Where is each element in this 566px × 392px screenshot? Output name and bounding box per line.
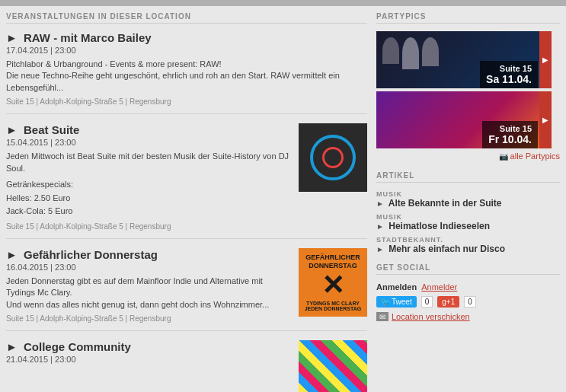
artikel-header: ARTIKEL [376, 171, 560, 183]
partypic-arrow-2[interactable]: ▶ [539, 91, 552, 148]
beat-inner [322, 147, 344, 168]
artikel-item-1: MUSIK ► Alte Bekannte in der Suite [376, 190, 560, 209]
event-desc-beat: Jeden Mittwoch ist Beat Suite mit der be… [6, 151, 293, 174]
event-item-beat: ► Beat Suite 15.04.2015 | 23:00 Jeden Mi… [6, 123, 367, 239]
twitter-icon: 🐦 [381, 298, 390, 306]
event-date-gefahr: 16.04.2015 | 23:00 [6, 263, 293, 272]
gefahr-top-text: GEFÄHRLICHERDONNERSTAG [305, 253, 360, 270]
event-location-raw: Suite 15 | Adolph-Kolping-Straße 5 | Reg… [6, 97, 367, 106]
partypic-arrow-1[interactable]: ▶ [539, 31, 552, 88]
event-item-raw: ► RAW - mit Marco Bailey 17.04.2015 | 23… [6, 31, 367, 114]
gplus-button[interactable]: g+1 [437, 296, 459, 308]
partypic-overlay-1: Suite 15 Sa 11.04. [480, 61, 538, 88]
beat-icon [310, 135, 356, 180]
all-partypics-link[interactable]: 📷 alle Partypics [376, 151, 560, 161]
arrow-icon-gefahr: ► [6, 248, 18, 261]
partypic-item-2[interactable]: Suite 15 Fr 10.04. ▶ [376, 91, 552, 148]
arrow-icon-beat: ► [6, 123, 18, 136]
gefahr-image-content: GEFÄHRLICHERDONNERSTAG ✕ TYDINGS MC CLAR… [299, 248, 367, 317]
tweet-count: 0 [421, 296, 433, 308]
artikel-arrow-1: ► [376, 199, 384, 208]
event-item-gefahr: ► Gefährlicher Donnerstag 16.04.2015 | 2… [6, 248, 367, 331]
event-title-raw[interactable]: ► RAW - mit Marco Bailey [6, 31, 367, 44]
artikel-cat-2: MUSIK [376, 213, 560, 221]
person-2 [402, 37, 419, 69]
event-desc-gefahr: Jeden Donnerstag gibt es auf dem Mainflo… [6, 276, 293, 311]
tweet-button[interactable]: 🐦 Tweet [376, 296, 417, 308]
artikel-cat-3: STADTBEKANNT. [376, 236, 560, 244]
gplus-count: 0 [464, 296, 476, 308]
artikel-title-2[interactable]: ► Heimatlose Indieseelen [376, 221, 560, 231]
event-desc-raw: Pitchlabor & Urbanground - Events & more… [6, 59, 367, 94]
event-title-beat[interactable]: ► Beat Suite [6, 123, 293, 136]
event-image-college [299, 340, 367, 392]
gefahr-bottom-text: TYDINGS MC CLARYJEDEN DONNERSTAG [305, 301, 362, 311]
partypic-overlay-2: Suite 15 Fr 10.04. [482, 121, 538, 148]
main-content: VERANSTALTUNGEN IN DIESER LOCATION ► RAW… [0, 12, 373, 392]
artikel-cat-1: MUSIK [376, 190, 560, 198]
social-login-link[interactable]: Anmelder [421, 282, 457, 292]
email-link[interactable]: Location verschicken [392, 312, 470, 321]
event-date-beat: 15.04.2015 | 23:00 [6, 138, 293, 147]
arrow-icon-raw: ► [6, 31, 18, 44]
partypic-item-1[interactable]: Suite 15 Sa 11.04. ▶ [376, 31, 552, 88]
event-extras-beat: Getränkespecials: Helles: 2.50 Euro Jack… [6, 178, 293, 218]
event-location-beat: Suite 15 | Adolph-Kolping-Straße 5 | Reg… [6, 222, 293, 231]
event-location-gefahr: Suite 15 | Adolph-Kolping-Straße 5 | Reg… [6, 314, 293, 323]
gefahr-x-icon: ✕ [321, 272, 344, 299]
social-login-label: Anmelden [376, 282, 417, 292]
person-3 [422, 37, 439, 66]
email-icon: ✉ [376, 312, 389, 321]
event-text-gefahr: ► Gefährlicher Donnerstag 16.04.2015 | 2… [6, 248, 293, 323]
social-login-row: Anmelden Anmelder [376, 282, 560, 292]
main-section-header: VERANSTALTUNGEN IN DIESER LOCATION [6, 12, 367, 24]
camera-icon: 📷 [499, 152, 508, 161]
arrow-icon-college: ► [6, 340, 18, 353]
sidebar: PARTYPICS Suite 15 Sa 11.04. ▶ Suite 1 [373, 12, 566, 392]
person-1 [382, 37, 399, 64]
social-buttons-row: 🐦 Tweet 0 g+1 0 [376, 296, 560, 308]
artikel-item-3: STADTBEKANNT. ► Mehr als einfach nur Dis… [376, 236, 560, 254]
event-image-beat [299, 123, 367, 192]
partypics-header: PARTYPICS [376, 12, 560, 24]
page-wrapper: VERANSTALTUNGEN IN DIESER LOCATION ► RAW… [0, 6, 566, 392]
social-section: GET SOCIAL Anmelden Anmelder 🐦 Tweet 0 g… [376, 263, 560, 321]
event-text-college: ► College Community 21.04.2015 | 23:00 [6, 340, 293, 392]
event-item-college: ► College Community 21.04.2015 | 23:00 [6, 340, 367, 392]
social-header: GET SOCIAL [376, 263, 560, 275]
artikel-title-1[interactable]: ► Alte Bekannte in der Suite [376, 198, 560, 209]
artikel-item-2: MUSIK ► Heimatlose Indieseelen [376, 213, 560, 231]
artikel-section: ARTIKEL MUSIK ► Alte Bekannte in der Sui… [376, 171, 560, 254]
artikel-arrow-2: ► [376, 222, 384, 231]
artikel-arrow-3: ► [376, 245, 384, 253]
event-date-college: 21.04.2015 | 23:00 [6, 355, 293, 364]
top-stripe [0, 0, 566, 6]
event-title-college[interactable]: ► College Community [6, 340, 293, 353]
artikel-title-3[interactable]: ► Mehr als einfach nur Disco [376, 244, 560, 254]
partypics-section: PARTYPICS Suite 15 Sa 11.04. ▶ Suite 1 [376, 12, 560, 161]
event-text-raw: ► RAW - mit Marco Bailey 17.04.2015 | 23… [6, 31, 367, 106]
event-date-raw: 17.04.2015 | 23:00 [6, 46, 367, 55]
event-text-beat: ► Beat Suite 15.04.2015 | 23:00 Jeden Mi… [6, 123, 293, 231]
email-row: ✉ Location verschicken [376, 312, 560, 321]
people-silhouettes-1 [382, 37, 439, 69]
event-image-gefahr: GEFÄHRLICHERDONNERSTAG ✕ TYDINGS MC CLAR… [299, 248, 367, 317]
event-title-gefahr[interactable]: ► Gefährlicher Donnerstag [6, 248, 293, 261]
